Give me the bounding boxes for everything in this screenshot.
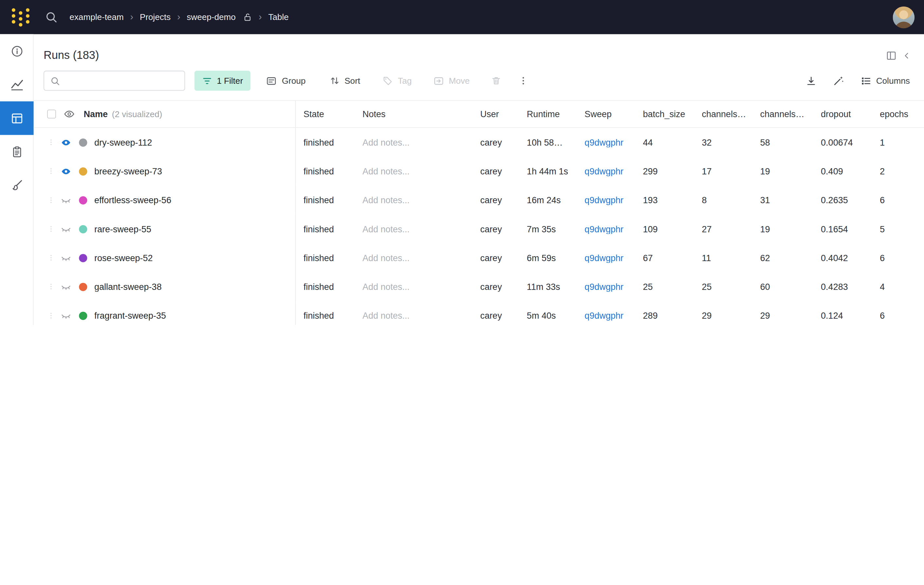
cell-notes[interactable]: Add notes... bbox=[363, 282, 480, 292]
breadcrumb-project[interactable]: sweep-demo bbox=[187, 12, 236, 22]
cell-channels-2: 62 bbox=[760, 253, 821, 263]
cell-notes[interactable]: Add notes... bbox=[363, 310, 480, 321]
collapse-chevron-icon[interactable] bbox=[902, 51, 911, 60]
delete-button[interactable] bbox=[491, 76, 501, 86]
search-icon bbox=[50, 76, 60, 86]
column-header-epochs[interactable]: epochs bbox=[880, 109, 923, 119]
cell-channels-2: 31 bbox=[760, 195, 821, 205]
eye-icon[interactable] bbox=[64, 108, 75, 119]
cell-runtime: 16m 24s bbox=[527, 195, 584, 205]
cell-notes[interactable]: Add notes... bbox=[363, 253, 480, 263]
column-header-notes[interactable]: Notes bbox=[363, 109, 480, 119]
cell-batch-size: 193 bbox=[643, 195, 702, 205]
visibility-toggle[interactable] bbox=[61, 137, 71, 148]
visibility-toggle[interactable] bbox=[61, 252, 71, 263]
cell-sweep-link[interactable]: q9dwgphr bbox=[585, 137, 624, 148]
run-name-link[interactable]: breezy-sweep-73 bbox=[94, 166, 162, 176]
cell-state: finished bbox=[304, 195, 363, 205]
column-header-state[interactable]: State bbox=[304, 109, 363, 119]
table-row: breezy-sweep-73 finished Add notes... ca… bbox=[34, 157, 924, 186]
cell-channels-2: 19 bbox=[760, 224, 821, 234]
drag-handle[interactable] bbox=[48, 283, 54, 290]
visibility-toggle[interactable] bbox=[61, 194, 71, 205]
run-name-link[interactable]: gallant-sweep-38 bbox=[94, 282, 162, 292]
sidebar-item-runs-table[interactable] bbox=[0, 101, 34, 135]
cell-notes[interactable]: Add notes... bbox=[363, 195, 480, 205]
breadcrumb-page[interactable]: Table bbox=[268, 12, 289, 22]
sidebar-item-sweeps[interactable] bbox=[0, 168, 34, 202]
cell-sweep-link[interactable]: q9dwgphr bbox=[585, 282, 624, 292]
drag-handle[interactable] bbox=[48, 255, 54, 261]
app-window: example-team Projects sweep-demo Table bbox=[0, 0, 924, 325]
columns-button[interactable]: Columns bbox=[860, 75, 910, 86]
cell-sweep-link[interactable]: q9dwgphr bbox=[585, 253, 624, 263]
move-button-label: Move bbox=[449, 76, 470, 86]
column-header-runtime[interactable]: Runtime bbox=[527, 109, 584, 119]
sidebar-item-workspace[interactable] bbox=[0, 68, 34, 101]
drag-handle[interactable] bbox=[48, 313, 54, 319]
visibility-toggle[interactable] bbox=[61, 224, 71, 234]
column-header-sweep[interactable]: Sweep bbox=[585, 109, 643, 119]
cell-sweep-link[interactable]: q9dwgphr bbox=[585, 166, 624, 176]
cell-epochs: 4 bbox=[880, 282, 923, 292]
cell-channels-1: 17 bbox=[702, 166, 760, 176]
select-all-checkbox[interactable] bbox=[47, 110, 56, 119]
cell-user: carey bbox=[480, 195, 527, 205]
kebab-menu-icon bbox=[518, 76, 528, 86]
drag-handle[interactable] bbox=[48, 168, 54, 175]
sidebar-item-reports[interactable] bbox=[0, 135, 34, 168]
run-name-link[interactable]: dry-sweep-112 bbox=[94, 137, 152, 148]
tag-button[interactable]: Tag bbox=[383, 76, 412, 86]
breadcrumb-team[interactable]: example-team bbox=[70, 12, 124, 22]
runs-search-box[interactable] bbox=[43, 71, 185, 91]
column-header-user[interactable]: User bbox=[480, 109, 527, 119]
column-header-dropout[interactable]: dropout bbox=[821, 109, 880, 119]
column-header-batch-size[interactable]: batch_size bbox=[643, 109, 702, 119]
drag-handle[interactable] bbox=[48, 139, 54, 146]
group-button[interactable]: Group bbox=[266, 75, 305, 86]
run-name-link[interactable]: rose-sweep-52 bbox=[94, 253, 153, 263]
breadcrumb-projects[interactable]: Projects bbox=[140, 12, 170, 22]
magic-wand-button[interactable] bbox=[832, 75, 844, 87]
move-button[interactable]: Move bbox=[433, 75, 470, 86]
run-name-link[interactable]: fragrant-sweep-35 bbox=[94, 310, 166, 321]
cell-sweep-link[interactable]: q9dwgphr bbox=[585, 195, 624, 205]
cell-runtime: 6m 59s bbox=[527, 253, 584, 263]
cell-dropout: 0.409 bbox=[821, 166, 880, 176]
panel-layout-icon[interactable] bbox=[886, 50, 897, 61]
run-name-link[interactable]: effortless-sweep-56 bbox=[94, 195, 171, 205]
group-icon bbox=[266, 75, 277, 86]
cell-user: carey bbox=[480, 282, 527, 292]
search-icon[interactable] bbox=[45, 10, 58, 23]
runs-search-input[interactable] bbox=[65, 76, 179, 86]
drag-handle[interactable] bbox=[48, 226, 54, 232]
table-row: effortless-sweep-56 finished Add notes..… bbox=[34, 186, 924, 214]
cell-user: carey bbox=[480, 137, 527, 148]
visibility-toggle[interactable] bbox=[61, 310, 71, 321]
cell-sweep-link[interactable]: q9dwgphr bbox=[585, 224, 624, 234]
sidebar-item-overview[interactable] bbox=[0, 34, 34, 68]
visibility-toggle[interactable] bbox=[61, 166, 71, 176]
run-name-link[interactable]: rare-sweep-55 bbox=[94, 224, 151, 234]
cell-epochs: 1 bbox=[880, 137, 923, 148]
cell-epochs: 5 bbox=[880, 224, 923, 234]
run-color-dot bbox=[79, 311, 87, 320]
column-header-channels-2[interactable]: channels… bbox=[760, 109, 821, 119]
user-avatar[interactable] bbox=[893, 6, 915, 28]
column-header-channels-1[interactable]: channels… bbox=[702, 109, 760, 119]
filter-button[interactable]: 1 Filter bbox=[194, 71, 251, 91]
wandb-logo[interactable] bbox=[10, 7, 32, 28]
visibility-toggle[interactable] bbox=[61, 282, 71, 292]
cell-state: finished bbox=[304, 253, 363, 263]
cell-notes[interactable]: Add notes... bbox=[363, 224, 480, 234]
table-icon bbox=[10, 112, 23, 125]
drag-handle[interactable] bbox=[48, 197, 54, 204]
column-header-name[interactable]: Name bbox=[84, 109, 108, 119]
export-button[interactable] bbox=[805, 75, 817, 86]
cell-notes[interactable]: Add notes... bbox=[363, 166, 480, 176]
more-options-button[interactable] bbox=[518, 76, 528, 86]
cell-notes[interactable]: Add notes... bbox=[363, 137, 480, 148]
sort-button[interactable]: Sort bbox=[329, 76, 360, 86]
cell-user: carey bbox=[480, 310, 527, 321]
cell-sweep-link[interactable]: q9dwgphr bbox=[585, 310, 624, 321]
